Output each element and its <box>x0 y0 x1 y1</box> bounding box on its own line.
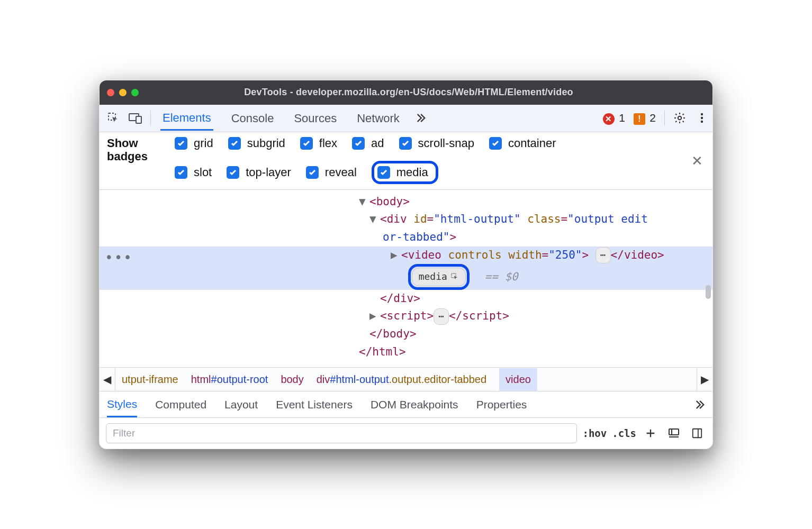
tab-sources[interactable]: Sources <box>292 106 339 130</box>
breadcrumb-item[interactable]: utput-iframe <box>122 373 178 386</box>
new-style-rule-icon[interactable] <box>642 424 660 442</box>
warning-icon: ! <box>634 113 645 125</box>
checkbox-checked-icon <box>228 137 241 150</box>
more-tabs-button[interactable] <box>412 112 428 124</box>
dom-tree[interactable]: ••• ▼<body> ▼<div id="html-output" class… <box>100 190 712 368</box>
hov-toggle[interactable]: :hov <box>582 427 607 439</box>
svg-point-6 <box>701 121 703 123</box>
window-title: DevTools - developer.mozilla.org/en-US/d… <box>144 87 673 98</box>
show-badges-label: Showbadges <box>107 136 165 163</box>
row-actions-icon[interactable]: ••• <box>105 247 133 269</box>
checkbox-checked-icon <box>352 137 365 150</box>
minimize-window-button[interactable] <box>119 89 127 96</box>
badge-scroll-snap[interactable]: scroll-snap <box>399 136 474 150</box>
badge-top-layer[interactable]: top-layer <box>227 166 291 179</box>
device-toolbar-icon[interactable] <box>125 107 146 129</box>
separator <box>664 111 665 125</box>
badge-reveal[interactable]: reveal <box>306 166 357 179</box>
inspect-element-icon[interactable] <box>103 107 124 129</box>
close-window-button[interactable] <box>107 89 114 96</box>
tab-console[interactable]: Console <box>229 106 276 130</box>
inspect-icon <box>450 272 459 281</box>
settings-icon[interactable] <box>669 107 690 129</box>
devtools-toolbar: Elements Console Sources Network ✕ 1 ! 2 <box>100 105 712 132</box>
tab-event-listeners[interactable]: Event Listeners <box>276 398 353 411</box>
close-badges-bar-icon[interactable]: ✕ <box>691 154 703 168</box>
badge-subgrid[interactable]: subgrid <box>228 136 285 150</box>
dom-node-selected[interactable]: ▶<video controls width="250"> ⋯</video> <box>100 247 712 264</box>
svg-rect-9 <box>693 429 702 438</box>
highlight-ring: media <box>408 264 470 290</box>
badge-flex[interactable]: flex <box>300 136 337 150</box>
svg-point-4 <box>701 113 703 115</box>
svg-point-3 <box>678 116 681 120</box>
warnings-count[interactable]: ! 2 <box>634 112 656 125</box>
tab-properties[interactable]: Properties <box>476 398 527 411</box>
breadcrumb-item-selected[interactable]: video <box>499 368 537 391</box>
styles-filter-row: :hov .cls <box>100 418 712 449</box>
error-icon: ✕ <box>603 113 615 125</box>
dom-node[interactable]: </div> <box>100 290 712 308</box>
sidebar-tabs: Styles Computed Layout Event Listeners D… <box>100 391 712 418</box>
tab-layout[interactable]: Layout <box>224 398 258 411</box>
svg-point-5 <box>701 117 703 119</box>
more-options-icon[interactable] <box>691 107 712 129</box>
checkbox-checked-icon <box>175 137 187 150</box>
checkbox-checked-icon <box>489 137 502 150</box>
tab-elements[interactable]: Elements <box>160 106 213 131</box>
dom-node[interactable]: ▼<div id="html-output" class="output edi… <box>100 211 712 229</box>
tab-computed[interactable]: Computed <box>155 398 206 411</box>
checkbox-checked-icon <box>300 137 313 150</box>
checkbox-checked-icon <box>399 137 412 150</box>
panel-tabs: Elements Console Sources Network <box>155 106 402 131</box>
devtools-window: DevTools - developer.mozilla.org/en-US/d… <box>99 80 713 450</box>
styles-filter-input[interactable] <box>106 423 577 443</box>
more-sidebar-tabs-icon[interactable] <box>693 399 705 411</box>
tab-network[interactable]: Network <box>355 106 402 130</box>
checkbox-checked-icon <box>227 166 239 179</box>
zoom-window-button[interactable] <box>131 89 139 96</box>
tab-dom-breakpoints[interactable]: DOM Breakpoints <box>371 398 458 411</box>
checkbox-checked-icon <box>175 166 187 179</box>
badge-slot[interactable]: slot <box>175 166 212 179</box>
separator <box>150 111 151 125</box>
status-counts: ✕ 1 ! 2 <box>603 112 660 125</box>
checkbox-checked-icon <box>306 166 319 179</box>
checkbox-checked-icon <box>377 166 390 179</box>
dom-node-badges: media == $0 <box>100 264 712 290</box>
breadcrumb-scroll-right[interactable]: ▶ <box>697 368 712 391</box>
errors-count[interactable]: ✕ 1 <box>603 112 625 125</box>
svg-rect-2 <box>136 116 141 123</box>
cls-toggle[interactable]: .cls <box>612 427 636 439</box>
breadcrumb-item[interactable]: html#output-root <box>191 373 268 386</box>
badge-checkbox-list: grid subgrid flex ad scroll-snap contain… <box>175 136 705 184</box>
dom-node[interactable]: or-tabbed"> <box>100 229 712 247</box>
dom-node[interactable]: </html> <box>100 343 712 361</box>
dom-node[interactable]: ▶<script>⋯</script> <box>100 307 712 325</box>
breadcrumb-item[interactable]: body <box>281 373 303 386</box>
badge-media[interactable]: media <box>372 161 438 184</box>
titlebar: DevTools - developer.mozilla.org/en-US/d… <box>100 80 712 105</box>
show-badges-bar: Showbadges grid subgrid flex ad scroll-s… <box>100 132 712 190</box>
dom-node[interactable]: ▼<body> <box>100 193 712 211</box>
collapsed-children-pill[interactable]: ⋯ <box>596 247 611 263</box>
eq0-indicator: == $0 <box>485 270 518 283</box>
badge-container[interactable]: container <box>489 136 556 150</box>
toggle-computed-styles-icon[interactable] <box>665 424 683 442</box>
breadcrumb-scroll-left[interactable]: ◀ <box>100 368 115 391</box>
dom-breadcrumb: ◀ utput-iframe html#output-root body div… <box>100 367 712 391</box>
collapsed-children-pill[interactable]: ⋯ <box>434 308 449 325</box>
svg-rect-8 <box>669 429 679 435</box>
tab-styles[interactable]: Styles <box>107 398 137 417</box>
toggle-rendering-panel-icon[interactable] <box>688 424 706 442</box>
traffic-lights <box>107 89 139 96</box>
scrollbar-thumb[interactable] <box>706 285 711 299</box>
dom-node[interactable]: </body> <box>100 325 712 343</box>
badge-grid[interactable]: grid <box>175 136 213 150</box>
breadcrumb-item[interactable]: div#html-output.output.editor-tabbed <box>317 373 486 386</box>
media-badge-pill[interactable]: media <box>412 268 466 286</box>
badge-ad[interactable]: ad <box>352 136 384 150</box>
